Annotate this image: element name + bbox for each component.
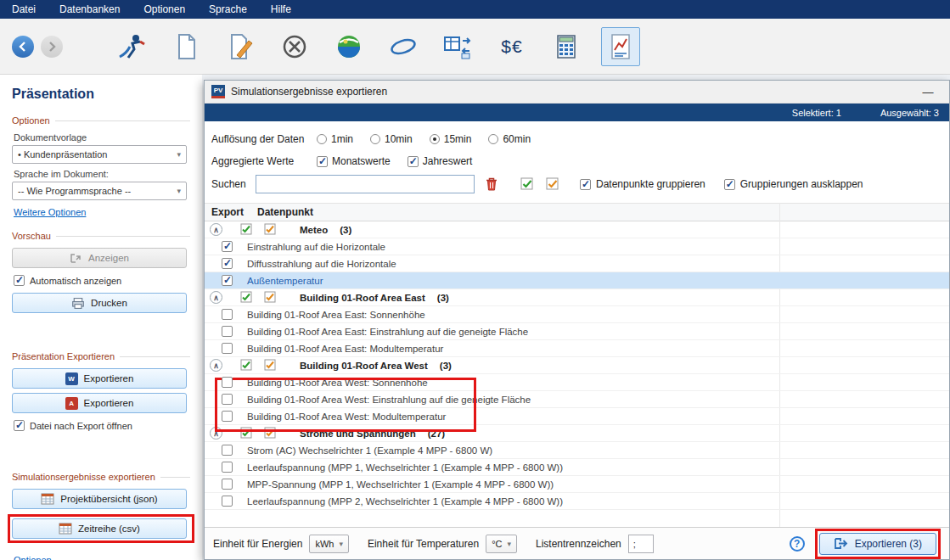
datapoint-row[interactable]: Diffusstrahlung auf die Horizontale: [205, 255, 949, 272]
separator-input[interactable]: ;: [628, 535, 654, 553]
search-input[interactable]: [256, 175, 475, 193]
datapoint-checkbox[interactable]: [222, 445, 233, 456]
datapoint-checkbox[interactable]: [222, 258, 233, 269]
datapoint-row[interactable]: Building 01-Roof Area West: Sonnenhöhe: [205, 374, 949, 391]
checkbox-icon[interactable]: [317, 156, 328, 167]
auto-anzeigen-checkbox-row[interactable]: Automatisch anzeigen: [14, 275, 190, 286]
open-after-export-checkbox[interactable]: [14, 420, 25, 431]
export-pdf-button[interactable]: A Exportieren: [12, 393, 187, 413]
datapoint-checkbox[interactable]: [222, 326, 233, 337]
group-datapoints-checkbox-row[interactable]: Datenpunkte gruppieren: [580, 178, 705, 190]
collapse-icon[interactable]: ∧: [210, 359, 222, 372]
datapoint-row[interactable]: Leerlaufspannung (MPP 1, Wechselrichter …: [205, 459, 949, 476]
datapoint-checkbox[interactable]: [222, 377, 233, 388]
datapoint-row[interactable]: Building 01-Roof Area East: Modultempera…: [205, 340, 949, 357]
datapoint-row[interactable]: MPP-Spannung (MPP 1, Wechselrichter 1 (E…: [205, 476, 949, 493]
datapoint-checkbox[interactable]: [222, 496, 233, 507]
window-layout-button[interactable]: [438, 27, 477, 66]
projektuebersicht-json-button[interactable]: Projektübersicht (json): [12, 489, 187, 509]
group-deselect-icon[interactable]: [264, 223, 278, 236]
open-after-export-checkbox-row[interactable]: Datei nach Export öffnen: [14, 420, 190, 431]
radio-icon[interactable]: [488, 134, 498, 144]
back-button[interactable]: [12, 36, 34, 58]
resolution-radio-60min[interactable]: 60min: [488, 133, 531, 145]
resolution-radio-1min[interactable]: 1min: [317, 133, 353, 145]
datapoint-checkbox[interactable]: [222, 343, 233, 354]
currency-button[interactable]: $€: [492, 27, 531, 66]
datapoint-checkbox[interactable]: [222, 309, 233, 320]
calculator-button[interactable]: [547, 27, 586, 66]
resolution-radio-10min[interactable]: 10min: [370, 133, 413, 145]
sim-optionen-link[interactable]: Optionen: [14, 555, 52, 560]
collapse-icon[interactable]: ∧: [210, 291, 222, 304]
results-button[interactable]: [601, 27, 640, 66]
circuit-button[interactable]: [384, 27, 423, 66]
radio-icon[interactable]: [317, 134, 327, 144]
sprache-select[interactable]: -- Wie Programmsprache -- ▾: [12, 182, 187, 200]
menu-datei[interactable]: Datei: [12, 3, 36, 15]
anzeigen-button[interactable]: Anzeigen: [12, 248, 187, 268]
expand-groups-checkbox-row[interactable]: Gruppierungen ausklappen: [724, 178, 863, 190]
3d-view-button[interactable]: [329, 27, 368, 66]
group-deselect-icon[interactable]: [264, 359, 278, 372]
group-select-all-icon[interactable]: [240, 359, 254, 372]
group-row[interactable]: ∧Meteo(3): [205, 221, 949, 238]
group-select-all-icon[interactable]: [240, 291, 254, 304]
menu-optionen[interactable]: Optionen: [143, 3, 185, 15]
temp-unit-select[interactable]: °C ▾: [486, 535, 517, 553]
weitere-optionen-link[interactable]: Weitere Optionen: [14, 207, 86, 217]
datapoint-checkbox[interactable]: [222, 241, 233, 252]
datapoint-row[interactable]: Building 01-Roof Area West: Einstrahlung…: [205, 391, 949, 408]
select-all-button[interactable]: [520, 177, 536, 191]
datapoint-checkbox[interactable]: [222, 394, 233, 405]
aggregated-checkbox-Jahreswert[interactable]: Jahreswert: [408, 155, 473, 167]
dokumentvorlage-select[interactable]: • Kundenpräsentation ▾: [12, 145, 187, 164]
export-button[interactable]: Exportieren (3): [819, 533, 936, 555]
datapoint-row[interactable]: Leerlaufspannung (MPP 2, Wechselrichter …: [205, 493, 949, 510]
datapoint-checkbox[interactable]: [222, 275, 233, 286]
collapse-icon[interactable]: ∧: [210, 223, 222, 236]
group-row[interactable]: ∧Building 01-Roof Area West(3): [205, 357, 949, 374]
datapoint-row[interactable]: Building 01-Roof Area East: Sonnenhöhe: [205, 306, 949, 323]
group-row[interactable]: ∧Building 01-Roof Area East(3): [205, 289, 949, 306]
checkbox-icon[interactable]: [408, 156, 419, 167]
datapoint-row[interactable]: Building 01-Roof Area East: Einstrahlung…: [205, 323, 949, 340]
column-export[interactable]: Export: [205, 206, 257, 218]
resolution-radio-15min[interactable]: 15min: [430, 133, 472, 145]
group-datapoints-checkbox[interactable]: [580, 179, 591, 190]
datapoint-checkbox[interactable]: [222, 411, 233, 422]
export-word-button[interactable]: W Exportieren: [12, 368, 187, 389]
datapoint-checkbox[interactable]: [222, 479, 233, 490]
zeitreihe-csv-button[interactable]: Zeitreihe (csv): [12, 518, 187, 539]
column-datenpunkt[interactable]: Datenpunkt: [257, 206, 313, 218]
radio-icon[interactable]: [370, 134, 380, 144]
clear-search-button[interactable]: [485, 176, 498, 192]
dialog-titlebar[interactable]: PV Simulationsergebnisse exportieren —: [205, 81, 949, 104]
project-assistant-button[interactable]: [112, 27, 151, 66]
new-document-button[interactable]: [166, 27, 205, 66]
datapoint-row[interactable]: Building 01-Roof Area West: Modultempera…: [205, 408, 949, 425]
drucken-button[interactable]: Drucken: [12, 293, 187, 313]
forward-button[interactable]: [41, 36, 63, 58]
radio-icon[interactable]: [430, 134, 440, 144]
datapoint-row[interactable]: Außentemperatur: [205, 272, 949, 289]
group-deselect-icon[interactable]: [264, 427, 278, 440]
group-select-all-icon[interactable]: [240, 427, 254, 440]
aggregated-checkbox-Monatswerte[interactable]: Monatswerte: [317, 155, 391, 167]
menu-sprache[interactable]: Sprache: [209, 3, 247, 15]
edit-document-button[interactable]: [221, 27, 260, 66]
minimize-button[interactable]: —: [913, 86, 942, 98]
datapoint-checkbox[interactable]: [222, 462, 233, 473]
expand-groups-checkbox[interactable]: [724, 179, 735, 190]
menu-datenbanken[interactable]: Datenbanken: [59, 3, 120, 15]
group-row[interactable]: ∧Ströme und Spannungen(27): [205, 425, 949, 442]
group-select-all-icon[interactable]: [240, 223, 254, 236]
deselect-all-button[interactable]: [546, 177, 561, 191]
datapoint-row[interactable]: Einstrahlung auf die Horizontale: [205, 238, 949, 255]
help-button[interactable]: ?: [790, 536, 805, 552]
group-deselect-icon[interactable]: [264, 291, 278, 304]
close-project-button[interactable]: [275, 27, 314, 66]
datapoint-row[interactable]: Strom (AC) Wechselrichter 1 (Example 4 M…: [205, 442, 949, 459]
collapse-icon[interactable]: ∧: [210, 427, 222, 440]
auto-anzeigen-checkbox[interactable]: [14, 275, 25, 286]
